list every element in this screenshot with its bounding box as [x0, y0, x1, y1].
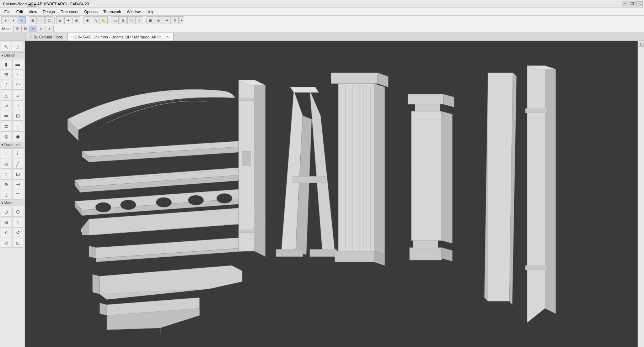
tool-text-style[interactable]: T — [12, 148, 23, 158]
tool-grid[interactable]: ⊞ — [1, 69, 11, 79]
right-panel-btn[interactable]: ▷ — [639, 42, 644, 47]
tab-close-cb06[interactable]: ✕ — [165, 35, 170, 39]
section-header-design[interactable]: ▾ Design — [0, 53, 25, 58]
section-header-more[interactable]: ▾ More — [0, 200, 25, 206]
svg-point-3 — [188, 195, 204, 205]
tool-orbit[interactable]: ↺ — [12, 227, 23, 237]
tool-wall[interactable]: ▮ — [1, 59, 11, 69]
tool-interior[interactable]: ⊤ — [12, 190, 23, 200]
svg-rect-8 — [238, 230, 254, 233]
menu-options[interactable]: Options — [81, 9, 101, 15]
toolbar-sep-2 — [54, 17, 55, 24]
tool-detail[interactable]: ⊡ — [12, 169, 23, 179]
tool-text[interactable]: T — [1, 148, 11, 158]
tool-marquee[interactable]: ⬚ — [12, 42, 22, 52]
minimize-button[interactable]: ─ — [622, 1, 628, 6]
tool-window[interactable]: ⊟ — [12, 111, 23, 121]
menu-design[interactable]: Design — [40, 9, 58, 15]
tool-mesh[interactable]: ⊿ — [1, 100, 11, 110]
menu-view[interactable]: View — [26, 9, 40, 15]
tool-hatch[interactable]: ▤ — [1, 159, 11, 169]
tool-object[interactable]: ◎ — [1, 131, 11, 141]
toolbar-forward-btn[interactable]: ▸ — [10, 16, 17, 24]
section-header-document[interactable]: ▾ Document — [0, 142, 25, 148]
tool-line[interactable]: / — [1, 80, 11, 90]
svg-rect-34 — [525, 265, 547, 270]
toolbar-layers-btn[interactable]: ⊞ — [146, 16, 154, 24]
tool-roof[interactable]: △ — [1, 90, 11, 100]
selection-tools: ↖ ⬚ — [0, 41, 25, 53]
tool-slab[interactable]: ▬ — [12, 59, 23, 69]
main-tool-4[interactable]: ▷ — [38, 26, 45, 32]
tab-scroll-left[interactable]: ◀ — [27, 2, 32, 7]
content-area: ↖ ⬚ ▾ Design ▮ ▬ ⊞ ⬝ / ◠ △ ⩡ ⊿ ⌂ ═ ⊟ ⊏ ⋮… — [0, 41, 644, 347]
tab-label-ground-floor: [0. Ground Floor] — [34, 35, 63, 39]
toolbar-win2-btn[interactable]: ▯ — [119, 16, 127, 24]
tool-arc[interactable]: ◠ — [12, 80, 23, 90]
menu-help[interactable]: Help — [144, 9, 157, 15]
toolbar-magic-btn[interactable]: ✦ — [64, 16, 72, 24]
tool-section[interactable]: ⊣ — [12, 179, 23, 189]
menu-teamwork[interactable]: Teamwork — [101, 9, 124, 15]
tab-scroll-right[interactable]: ▶ — [32, 2, 37, 7]
tab-ground-floor[interactable]: ⊞ [0. Ground Floor] — [26, 33, 67, 41]
tool-site[interactable]: ⊞ — [1, 217, 11, 227]
svg-rect-14 — [331, 73, 377, 84]
toolbar-snap-btn[interactable]: ⊕ — [84, 16, 91, 24]
toolbar-eyedrop-btn[interactable]: ⊘ — [73, 16, 80, 24]
tool-morph[interactable]: ⌂ — [12, 100, 23, 110]
toolbar-3d-btn[interactable]: ⬡ — [45, 16, 53, 24]
toolbar-back-btn[interactable]: ◂ — [1, 16, 9, 24]
tool-location[interactable]: ⊙ — [1, 207, 11, 217]
toolbar-sep-5 — [145, 17, 145, 24]
restore-button[interactable]: ❐ — [629, 1, 635, 6]
menu-edit[interactable]: Edit — [14, 9, 26, 15]
tab-extra-btn[interactable]: ▷ — [637, 1, 643, 7]
tool-3d-doc[interactable]: ⬡ — [12, 207, 23, 217]
tool-section2[interactable]: ⊏ — [12, 238, 23, 248]
title-bar: Column-Beam - GRAPHISOFT ARCHICAD-64 23 … — [0, 0, 644, 8]
tool-column[interactable]: ⬝ — [12, 69, 23, 79]
toolbar-floorplan-btn[interactable]: ⊞ — [29, 16, 37, 24]
tool-stair[interactable]: ⩡ — [12, 90, 23, 100]
toolbar-render-btn[interactable]: ☀ — [163, 16, 171, 24]
tool-door[interactable]: ⊏ — [1, 121, 11, 131]
toolbar-options-btn[interactable]: ⚙ — [171, 16, 179, 24]
svg-rect-28 — [415, 104, 440, 111]
menu-window[interactable]: Window — [124, 9, 144, 15]
tab-icon-floor: ⊞ — [29, 35, 32, 39]
tool-bulb[interactable]: ○ — [12, 217, 23, 227]
toolbar-win1-btn[interactable]: ▭ — [111, 16, 119, 24]
toolbar-sep-1 — [27, 17, 27, 24]
toolbar-select-btn[interactable]: ◈ — [56, 16, 64, 24]
tool-curtain[interactable]: ⋮ — [12, 121, 23, 131]
main-tool-1[interactable]: ⊞ — [13, 26, 21, 32]
tool-cam2[interactable]: ◎ — [1, 238, 11, 248]
toolbar-pointer-btn[interactable]: ↖ — [18, 16, 26, 24]
toolbar-sep-3 — [82, 17, 82, 24]
toolbar-dropdown-btn[interactable]: ▾ — [179, 16, 184, 24]
section-collapse-document: ▾ — [1, 143, 3, 147]
svg-rect-25 — [410, 248, 442, 260]
tool-arrow[interactable]: ↖ — [1, 42, 11, 52]
toolbar-win4-btn[interactable]: ▷ — [135, 16, 143, 24]
main-tool-5[interactable]: ▸ — [46, 26, 54, 32]
toolbar-camera-btn[interactable]: ⊙ — [155, 16, 162, 24]
tool-lamp[interactable]: ◉ — [12, 131, 23, 141]
toolbar-view2-btn[interactable]: ⬜ — [37, 16, 45, 24]
toolbar-zoom-btn[interactable]: 🔍 — [92, 16, 100, 24]
tool-elevation[interactable]: ⊥ — [1, 190, 11, 200]
tool-polyline[interactable]: ╱ — [12, 159, 23, 169]
tool-spot[interactable]: ⊕ — [1, 179, 11, 189]
tool-beam[interactable]: ═ — [1, 111, 11, 121]
toolbar-win3-btn[interactable]: ◻ — [127, 16, 135, 24]
tool-circle[interactable]: ○ — [1, 169, 11, 179]
3d-viewport[interactable] — [25, 41, 638, 347]
tool-angle[interactable]: ∠ — [1, 227, 11, 237]
menu-file[interactable]: File — [1, 9, 14, 15]
menu-document[interactable]: Document — [58, 9, 81, 15]
toolbar-measure-btn[interactable]: 📐 — [100, 16, 108, 24]
main-tool-2[interactable]: ⊟ — [21, 26, 29, 32]
main-tool-3[interactable]: ↖ — [29, 26, 37, 32]
tab-cb06[interactable]: □ CB-06-00 Columns - Beams [3D / Marquee… — [67, 33, 173, 41]
